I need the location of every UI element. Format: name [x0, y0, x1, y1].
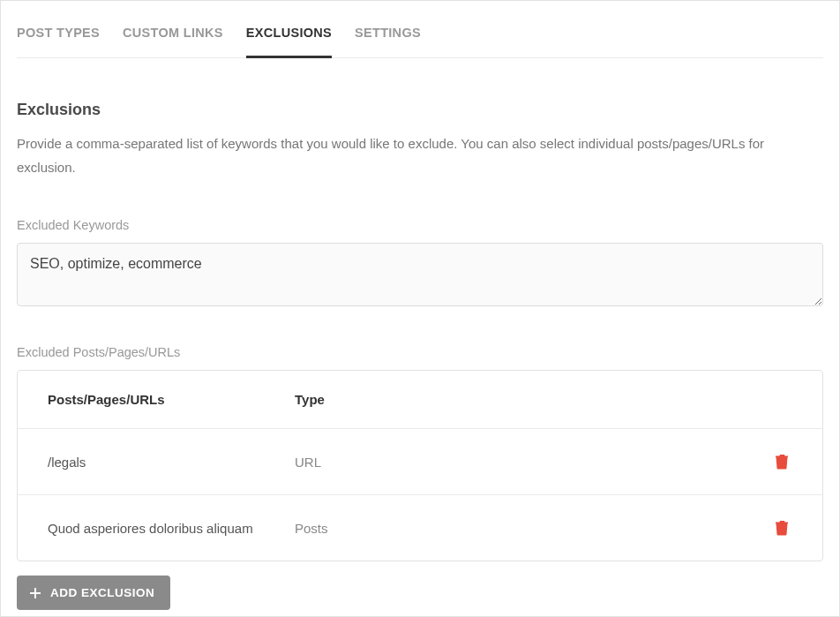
tab-settings[interactable]: SETTINGS	[355, 3, 421, 58]
excluded-items-table: Posts/Pages/URLs Type /legals URL Quod a…	[17, 370, 823, 561]
excluded-keywords-input[interactable]	[17, 243, 823, 306]
table-row: Quod asperiores doloribus aliquam Posts	[18, 494, 822, 561]
section-description: Provide a comma-separated list of keywor…	[17, 132, 823, 179]
row-type: URL	[295, 455, 761, 470]
column-header-name: Posts/Pages/URLs	[48, 392, 295, 407]
row-actions	[761, 516, 792, 539]
trash-icon	[775, 520, 789, 536]
tab-exclusions[interactable]: EXCLUSIONS	[246, 3, 332, 58]
plus-icon	[29, 587, 41, 599]
tabs: POST TYPES CUSTOM LINKS EXCLUSIONS SETTI…	[17, 3, 823, 58]
table-header-row: Posts/Pages/URLs Type	[18, 371, 822, 428]
delete-button[interactable]	[771, 450, 792, 473]
section-title: Exclusions	[17, 101, 823, 119]
add-exclusion-button[interactable]: ADD EXCLUSION	[17, 576, 170, 610]
tab-custom-links[interactable]: CUSTOM LINKS	[123, 3, 223, 58]
tab-post-types[interactable]: POST TYPES	[17, 3, 100, 58]
delete-button[interactable]	[771, 516, 792, 539]
add-exclusion-label: ADD EXCLUSION	[50, 586, 154, 599]
excluded-items-label: Excluded Posts/Pages/URLs	[17, 345, 823, 359]
row-name: /legals	[48, 455, 295, 470]
row-name: Quod asperiores doloribus aliquam	[48, 521, 295, 536]
row-type: Posts	[295, 521, 761, 536]
trash-icon	[775, 454, 789, 470]
table-row: /legals URL	[18, 428, 822, 494]
excluded-keywords-label: Excluded Keywords	[17, 218, 823, 232]
settings-panel: POST TYPES CUSTOM LINKS EXCLUSIONS SETTI…	[0, 0, 840, 617]
column-header-type: Type	[295, 392, 761, 407]
row-actions	[761, 450, 792, 473]
